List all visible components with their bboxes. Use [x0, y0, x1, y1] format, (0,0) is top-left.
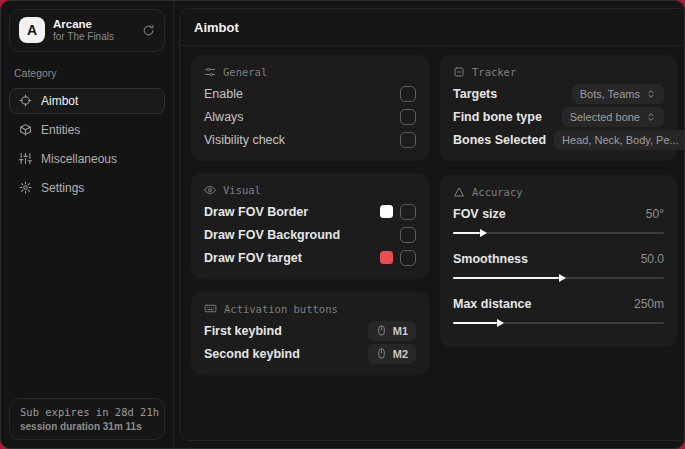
sidebar-item-settings[interactable]: Settings	[9, 175, 165, 201]
setting-row-bones-selected: Bones Selected Head, Neck, Body, Pe...	[453, 128, 664, 151]
targets-select[interactable]: Bots, Teams	[572, 84, 664, 104]
app-window: A Arcane for The Finals Category	[0, 0, 685, 449]
sidebar-item-label: Miscellaneous	[41, 152, 117, 166]
eye-icon	[204, 184, 216, 196]
slider-fill	[453, 277, 559, 279]
tracker-icon	[453, 66, 465, 78]
activation-card: Activation buttons First keybind	[191, 291, 429, 375]
main-area: Aimbot General	[174, 1, 685, 448]
bones-selected-select[interactable]: Head, Neck, Body, Pe...	[554, 130, 685, 150]
setting-label: Enable	[204, 87, 243, 101]
visual-card: Visual Draw FOV Border Draw FOV Backgrou…	[191, 173, 429, 279]
gear-icon	[19, 181, 32, 194]
visibility-check-checkbox[interactable]	[400, 132, 416, 148]
setting-row-visibility-check: Visibility check	[204, 128, 416, 151]
category-label: Category	[14, 67, 160, 79]
select-value: Bots, Teams	[580, 88, 640, 100]
chevrons-up-down-icon	[646, 89, 656, 99]
brand-card: A Arcane for The Finals	[9, 9, 165, 52]
fov-size-slider[interactable]	[453, 232, 664, 234]
slider-fill	[453, 322, 497, 324]
setting-row-second-keybind: Second keybind M2	[204, 342, 416, 365]
sidebar-nav: Aimbot Entities	[9, 88, 165, 201]
card-title-text: Tracker	[472, 66, 516, 78]
fov-border-color-swatch[interactable]	[380, 205, 393, 218]
right-column: Tracker Targets Bots, Teams	[440, 55, 677, 347]
sidebar-item-entities[interactable]: Entities	[9, 117, 165, 143]
sidebar-item-miscellaneous[interactable]: Miscellaneous	[9, 146, 165, 172]
fov-size-value: 50°	[646, 207, 664, 221]
left-column: General Enable Always Visibility check	[191, 55, 429, 375]
sidebar-item-aimbot[interactable]: Aimbot	[9, 88, 165, 114]
brand-text: Arcane for The Finals	[53, 17, 134, 44]
draw-fov-background-checkbox[interactable]	[400, 227, 416, 243]
setting-label: Draw FOV Border	[204, 205, 308, 219]
setting-label: Find bone type	[453, 110, 542, 124]
setting-label: Max distance	[453, 297, 532, 311]
card-title-text: Visual	[223, 184, 261, 196]
setting-label: Bones Selected	[453, 133, 546, 147]
brand-subtitle: for The Finals	[53, 31, 134, 44]
page-title: Aimbot	[180, 9, 685, 46]
smoothness-value: 50.0	[641, 252, 664, 266]
setting-label: Targets	[453, 87, 497, 101]
sidebar-item-label: Settings	[41, 181, 84, 195]
setting-row-first-keybind: First keybind M1	[204, 319, 416, 342]
always-checkbox[interactable]	[400, 109, 416, 125]
draw-fov-target-checkbox[interactable]	[400, 250, 416, 266]
brand-logo: A	[19, 17, 45, 43]
sidebar-item-label: Entities	[41, 123, 80, 137]
tracker-card: Tracker Targets Bots, Teams	[440, 55, 677, 161]
setting-row-targets: Targets Bots, Teams	[453, 82, 664, 105]
mouse-icon	[376, 348, 387, 359]
setting-label: Draw FOV Background	[204, 228, 340, 242]
max-distance-value: 250m	[634, 297, 664, 311]
setting-label: Second keybind	[204, 347, 300, 361]
accuracy-card-header: Accuracy	[453, 186, 664, 198]
find-bone-type-select[interactable]: Selected bone	[562, 107, 664, 127]
general-card: General Enable Always Visibility check	[191, 55, 429, 161]
enable-checkbox[interactable]	[400, 86, 416, 102]
sidebar-item-label: Aimbot	[41, 94, 78, 108]
first-keybind-button[interactable]: M1	[368, 321, 416, 341]
max-distance-slider[interactable]	[453, 322, 664, 324]
content: General Enable Always Visibility check	[180, 46, 685, 384]
crosshair-icon	[19, 94, 32, 107]
draw-fov-border-checkbox[interactable]	[400, 204, 416, 220]
sub-expiry-text: Sub expires in 28d 21h	[20, 406, 154, 418]
sliders-icon	[19, 152, 32, 165]
brand-name: Arcane	[53, 17, 134, 31]
tracker-card-header: Tracker	[453, 66, 664, 78]
setting-label: First keybind	[204, 324, 282, 338]
general-card-header: General	[204, 66, 416, 78]
accuracy-card: Accuracy FOV size 50°	[440, 175, 677, 347]
keybind-value: M2	[393, 348, 408, 360]
mouse-icon	[376, 325, 387, 336]
subscription-card: Sub expires in 28d 21h session duration …	[9, 398, 165, 440]
smoothness-slider[interactable]	[453, 277, 664, 279]
sidebar: A Arcane for The Finals Category	[1, 1, 174, 448]
slider-thumb[interactable]	[497, 319, 504, 327]
keyboard-icon	[204, 302, 217, 315]
setting-label: Visibility check	[204, 133, 285, 147]
fov-target-color-swatch[interactable]	[380, 251, 393, 264]
slider-thumb[interactable]	[559, 274, 566, 282]
setting-row-smoothness: Smoothness 50.0	[453, 247, 664, 279]
session-duration-text: session duration 31m 11s	[20, 421, 154, 432]
setting-row-fov-size: FOV size 50°	[453, 202, 664, 234]
second-keybind-button[interactable]: M2	[368, 344, 416, 364]
activation-card-header: Activation buttons	[204, 302, 416, 315]
setting-row-max-distance: Max distance 250m	[453, 292, 664, 324]
select-value: Head, Neck, Body, Pe...	[562, 134, 679, 146]
refresh-icon[interactable]	[142, 24, 155, 37]
slider-thumb[interactable]	[480, 229, 487, 237]
chevrons-up-down-icon	[646, 112, 656, 122]
card-title-text: Activation buttons	[224, 303, 338, 315]
setting-label: FOV size	[453, 207, 506, 221]
setting-row-find-bone-type: Find bone type Selected bone	[453, 105, 664, 128]
setting-label: Smoothness	[453, 252, 528, 266]
slider-fill	[453, 232, 480, 234]
setting-label: Always	[204, 110, 244, 124]
card-title-text: General	[223, 66, 267, 78]
keybind-value: M1	[393, 325, 408, 337]
